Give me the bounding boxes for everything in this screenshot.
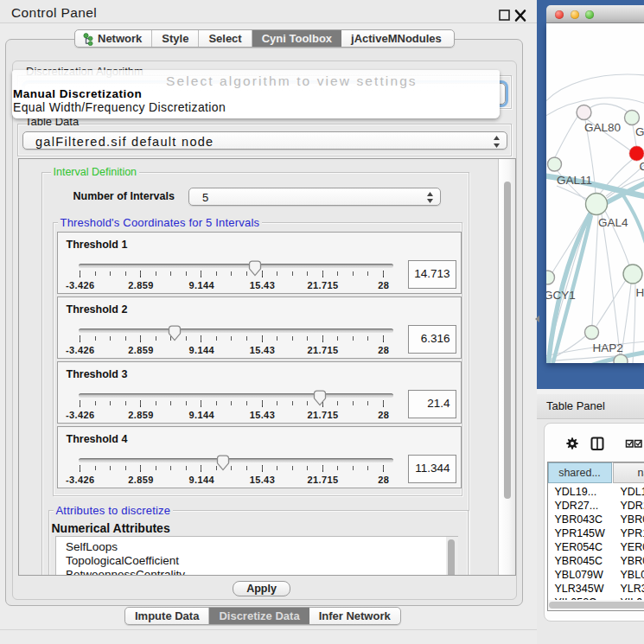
svg-text:GAL4: GAL4 [598,216,628,229]
svg-text:GAL11: GAL11 [557,174,592,187]
svg-text:GA: GA [635,125,644,138]
svg-text:HAP2: HAP2 [593,341,623,354]
svg-text:GAL80: GAL80 [584,121,621,134]
svg-text:C: C [640,160,644,173]
svg-text:H: H [636,286,644,299]
svg-text:GCY1: GCY1 [546,289,576,302]
